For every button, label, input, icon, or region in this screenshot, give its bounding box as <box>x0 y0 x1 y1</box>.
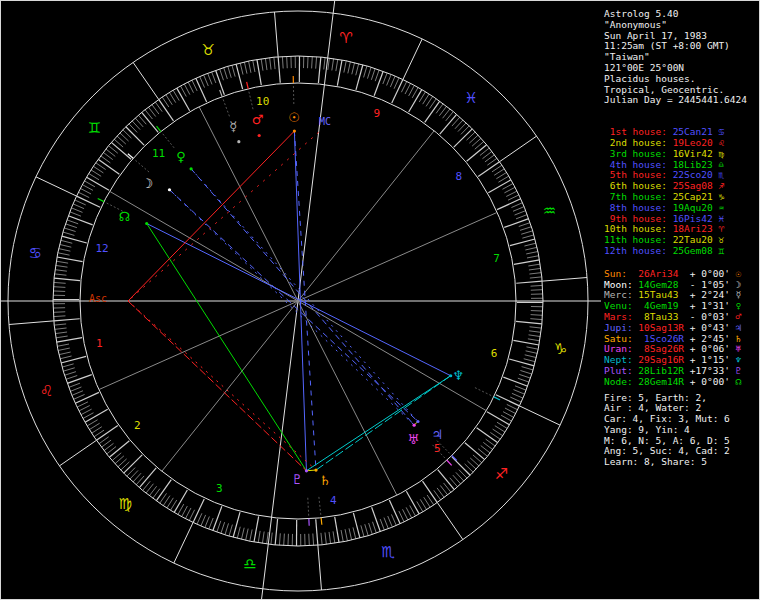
degree-tick <box>282 56 283 68</box>
degree-tick <box>224 68 228 79</box>
stats-text: Fire: 5, Earth: 2, <box>604 392 707 403</box>
degree-tick <box>254 516 259 542</box>
sign-boundary <box>542 277 587 281</box>
house-number: 8 <box>455 170 462 183</box>
planet-label: Satu: <box>604 333 638 344</box>
degree-tick <box>60 356 72 359</box>
degree-tick <box>111 142 131 159</box>
planet-pointer <box>249 91 253 109</box>
degree-tick <box>519 223 530 227</box>
degree-tick <box>189 510 194 521</box>
stats-line: Learn: 8, Share: 5 <box>604 457 759 468</box>
planet-pointer <box>223 99 230 117</box>
degree-tick <box>515 386 526 390</box>
degree-tick <box>139 468 156 488</box>
house-cusp-value: 22Sco20 <box>673 169 713 180</box>
degree-tick <box>205 516 210 527</box>
sidebar-stats: Fire: 5, Earth: 2,Air : 4, Water: 2Car: … <box>604 393 759 469</box>
degree-tick <box>62 236 87 243</box>
degree-tick <box>66 376 77 380</box>
degree-tick <box>516 215 527 219</box>
degree-tick <box>109 441 129 458</box>
planet-glyph: ☉ <box>730 268 741 279</box>
house-cusp-value: 25Sag08 <box>673 180 713 191</box>
degree-tick <box>329 532 331 544</box>
planet-label: Jupi: <box>604 322 638 333</box>
aspect-line-venus-uranus <box>191 169 414 425</box>
house-sign-glyph: ♋ <box>713 126 724 137</box>
degree-tick <box>364 66 367 78</box>
degree-tick <box>265 58 267 70</box>
planet-position-value: 29Sag16R <box>638 354 684 365</box>
degree-tick <box>365 524 368 535</box>
degree-tick <box>513 340 539 345</box>
sign-boundary <box>519 406 560 425</box>
house-label: 3rd house: <box>604 148 673 159</box>
degree-tick <box>510 397 521 402</box>
degree-tick <box>337 60 342 86</box>
planet-point-mars <box>258 134 261 137</box>
degree-tick <box>73 204 84 209</box>
house-sign-glyph: ♍ <box>713 148 724 159</box>
degree-tick <box>353 527 356 539</box>
degree-tick <box>392 80 403 103</box>
degree-tick <box>383 73 387 84</box>
degree-tick <box>531 290 543 291</box>
degree-tick <box>56 338 82 342</box>
degree-tick <box>225 523 229 534</box>
uranus-glyph: ♅ <box>407 432 419 447</box>
degree-tick <box>424 497 430 507</box>
house-cusp-value: 18Ari23 <box>673 223 713 234</box>
degree-tick <box>507 404 518 409</box>
degree-tick <box>503 412 514 418</box>
degree-tick <box>246 529 249 541</box>
planet-latitude: + 0°00' <box>684 268 730 279</box>
planet-position-value: 8Sag26R <box>638 343 684 354</box>
planet-label: Node: <box>604 376 638 387</box>
degree-tick <box>70 387 81 391</box>
degree-tick <box>524 243 536 246</box>
degree-tick <box>333 531 335 543</box>
degree-tick <box>56 261 68 263</box>
degree-tick <box>82 185 93 191</box>
degree-tick <box>372 507 381 531</box>
planet-point-pluto <box>305 469 308 472</box>
planet-glyph: ♆ <box>730 354 741 365</box>
planet-point-sun <box>293 129 296 132</box>
house-number: 7 <box>493 252 500 265</box>
sign-boundary <box>36 177 77 196</box>
degree-tick <box>188 82 193 93</box>
degree-tick <box>531 315 543 316</box>
zodiac-libra-glyph: ♎ <box>243 555 256 573</box>
degree-tick <box>53 312 65 313</box>
degree-tick <box>530 277 542 278</box>
planet-point-uranus <box>413 424 416 427</box>
node-glyph: ☊ <box>119 209 131 224</box>
degree-tick <box>454 129 472 147</box>
house-row: 12th house: 25Gem08 ♊ <box>604 246 759 257</box>
degree-tick <box>374 71 383 95</box>
planet-degree-tick <box>247 82 249 89</box>
degree-tick <box>526 252 538 254</box>
degree-tick <box>420 499 426 509</box>
degree-tick <box>63 232 75 235</box>
degree-tick <box>309 534 310 546</box>
degree-tick <box>465 443 485 460</box>
degree-tick <box>525 355 537 358</box>
degree-tick <box>390 76 395 87</box>
degree-tick <box>495 426 505 432</box>
house-number: 6 <box>491 347 498 360</box>
house-label: 7th house: <box>604 191 673 202</box>
degree-tick <box>524 359 536 362</box>
house-label: 5th house: <box>604 169 673 180</box>
stats-text: Yang: 9, Yin: 4 <box>604 424 690 435</box>
degree-tick <box>530 327 542 328</box>
planet-latitude: + 0°43' <box>684 322 730 333</box>
degree-tick <box>515 211 526 215</box>
degree-tick <box>519 374 530 378</box>
aspect-line-node-pluto <box>147 224 307 471</box>
degree-tick <box>506 191 517 196</box>
stats-text: Car: 4, Fix: 3, Mut: 6 <box>604 413 730 424</box>
degree-tick <box>405 83 411 94</box>
degree-tick <box>89 423 99 429</box>
